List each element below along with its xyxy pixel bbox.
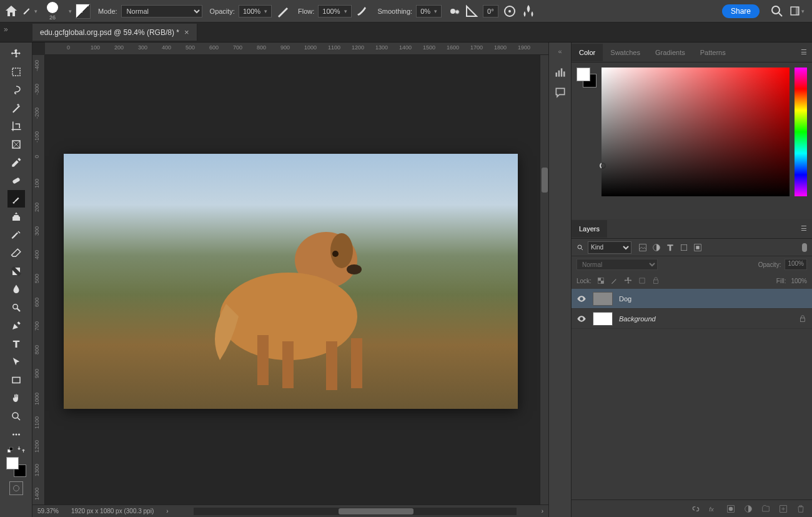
spot-heal-tool[interactable] [7, 172, 25, 189]
angle-input[interactable]: 0° [483, 5, 498, 18]
magic-wand-tool[interactable] [7, 99, 25, 117]
clone-stamp-tool[interactable] [7, 208, 25, 226]
gradient-tool[interactable] [7, 263, 25, 280]
brush-panel-toggle-icon[interactable] [76, 4, 91, 19]
link-layers-icon[interactable] [691, 504, 701, 514]
frame-tool[interactable] [7, 136, 25, 153]
layer-thumbnail[interactable] [593, 312, 613, 326]
color-panel-menu-icon[interactable]: ☰ [801, 48, 807, 56]
brush-preset-icon[interactable]: ▾ [22, 4, 37, 19]
layer-fx-icon[interactable]: fx [708, 504, 718, 514]
document-dimensions[interactable]: 1920 px x 1080 px (300.3 ppi) [71, 508, 154, 514]
search-filter-icon[interactable] [577, 244, 584, 251]
move-tool[interactable] [7, 45, 25, 63]
visibility-icon[interactable] [577, 314, 587, 324]
layer-opacity-input[interactable]: 100% [785, 259, 807, 270]
crop-tool[interactable] [7, 118, 25, 135]
vertical-scrollbar[interactable] [540, 55, 548, 504]
blend-mode-select[interactable]: Normal [121, 5, 202, 18]
layer-fill-input[interactable]: 100% [791, 278, 807, 284]
angle-icon[interactable] [464, 4, 479, 19]
lasso-tool[interactable] [7, 81, 25, 99]
hand-tool[interactable] [7, 389, 25, 407]
document-tab[interactable]: edu.gcfglobal.org.psd @ 59.4% (RGB/8) * … [32, 24, 197, 41]
pressure-size-icon[interactable] [502, 4, 517, 19]
color-fgbg-swatch[interactable] [577, 68, 597, 88]
collapse-dock-icon[interactable]: « [558, 48, 562, 55]
filter-pixel-icon[interactable] [638, 243, 648, 253]
layer-item[interactable]: Dog [572, 289, 812, 309]
airbrush-icon[interactable] [355, 4, 370, 19]
visibility-icon[interactable] [577, 294, 587, 304]
opacity-pressure-icon[interactable] [275, 4, 290, 19]
type-tool[interactable] [7, 335, 25, 353]
foreground-background-colors[interactable] [6, 457, 26, 477]
status-chevron-icon[interactable]: › [166, 508, 168, 514]
smoothing-options-icon[interactable] [445, 4, 460, 19]
tab-patterns[interactable]: Patterns [693, 44, 733, 61]
tab-color[interactable]: Color [572, 44, 603, 61]
quick-mask-icon[interactable] [9, 481, 23, 495]
foreground-color-swatch[interactable] [6, 457, 19, 469]
share-button[interactable]: Share [722, 4, 760, 18]
swap-default-colors[interactable] [7, 445, 26, 454]
brush-size-chevron[interactable]: ▾ [69, 8, 72, 14]
histogram-icon[interactable] [554, 66, 567, 79]
layer-thumbnail[interactable] [593, 292, 613, 306]
edit-toolbar-icon[interactable] [7, 426, 25, 443]
history-brush-tool[interactable] [7, 226, 25, 244]
canvas-stage[interactable] [45, 55, 540, 504]
lock-position-icon[interactable] [624, 276, 633, 285]
collapse-chevron-icon[interactable]: » [4, 25, 8, 34]
lock-artboard-icon[interactable] [638, 276, 646, 285]
filter-kind-select[interactable]: Kind [588, 241, 631, 254]
ruler-vertical[interactable]: -400-300-200-100010020030040050060070080… [32, 55, 45, 504]
horizontal-scrollbar[interactable] [194, 508, 517, 515]
layer-name[interactable]: Background [619, 315, 656, 323]
filter-shape-icon[interactable] [679, 243, 689, 253]
eyedropper-tool[interactable] [7, 154, 25, 171]
tab-gradients[interactable]: Gradients [648, 44, 693, 61]
brush-size-picker[interactable]: 26 [41, 2, 64, 21]
workspace-icon[interactable]: ▾ [790, 4, 805, 19]
new-layer-icon[interactable] [778, 504, 788, 514]
layer-item[interactable]: Background [572, 309, 812, 329]
filter-smart-icon[interactable] [693, 243, 703, 253]
filter-type-icon[interactable] [665, 243, 675, 253]
path-select-tool[interactable] [7, 353, 25, 371]
dodge-tool[interactable] [7, 299, 25, 316]
tab-swatches[interactable]: Swatches [603, 44, 648, 61]
hue-slider[interactable] [795, 68, 807, 196]
lock-paint-icon[interactable] [610, 276, 619, 285]
rectangle-tool[interactable] [7, 371, 25, 389]
lock-all-icon[interactable] [651, 276, 660, 285]
layer-mask-icon[interactable] [726, 504, 736, 514]
blur-tool[interactable] [7, 281, 25, 298]
search-icon[interactable] [770, 4, 785, 19]
lock-transparent-icon[interactable] [597, 276, 605, 285]
opacity-input[interactable]: 100%▾ [239, 5, 272, 18]
close-tab-icon[interactable]: × [184, 28, 189, 37]
layer-name[interactable]: Dog [619, 295, 631, 303]
flow-input[interactable]: 100%▾ [318, 5, 351, 18]
symmetry-icon[interactable] [521, 4, 536, 19]
scroll-right-icon[interactable]: › [542, 508, 543, 514]
tab-layers[interactable]: Layers [572, 220, 607, 238]
eraser-tool[interactable] [7, 244, 25, 262]
comments-icon[interactable] [554, 86, 567, 99]
smoothing-input[interactable]: 0%▾ [416, 5, 442, 18]
filter-toggle[interactable] [802, 243, 807, 252]
layers-panel-menu-icon[interactable]: ☰ [801, 224, 807, 233]
zoom-tool[interactable] [7, 408, 25, 425]
saturation-picker[interactable] [602, 68, 790, 196]
delete-layer-icon[interactable] [796, 504, 806, 514]
filter-adjust-icon[interactable] [651, 243, 661, 253]
lock-icon[interactable] [798, 314, 807, 323]
marquee-tool[interactable] [7, 63, 25, 81]
pen-tool[interactable] [7, 317, 25, 334]
layer-blend-select[interactable]: Normal [577, 259, 658, 270]
brush-tool[interactable] [7, 190, 25, 208]
ruler-horizontal[interactable]: 0100200300400500600700800900100011001200… [45, 43, 548, 55]
adjustment-layer-icon[interactable] [743, 504, 753, 514]
home-icon[interactable] [4, 4, 19, 19]
